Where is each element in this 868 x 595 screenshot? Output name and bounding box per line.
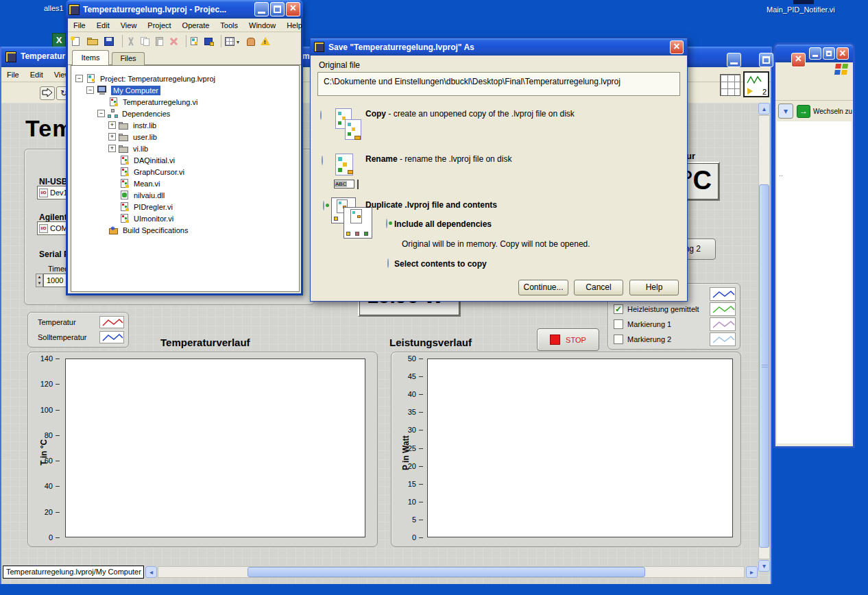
- collapse-icon[interactable]: [97, 110, 105, 117]
- new-file-icon[interactable]: [71, 36, 83, 46]
- continue-button[interactable]: Continue...: [518, 280, 568, 295]
- plot-style-icon[interactable]: [99, 331, 124, 343]
- legend-row[interactable]: Markierung 2: [614, 332, 736, 346]
- menu-window[interactable]: Window: [243, 19, 281, 32]
- copy-icon[interactable]: [140, 36, 151, 46]
- minimize-icon[interactable]: [809, 47, 821, 60]
- plot-style-icon[interactable]: [710, 302, 736, 316]
- scroll-up-icon[interactable]: ▴: [758, 103, 770, 114]
- save-all-icon[interactable]: [204, 36, 215, 46]
- menu-file[interactable]: File: [1, 69, 25, 81]
- expand-icon[interactable]: [108, 145, 116, 152]
- power-chart[interactable]: 50 45 40 35 30 25 20 15 10 5 0 P in Watt: [391, 352, 741, 547]
- tree-item-dependencies[interactable]: Dependencies: [97, 108, 170, 119]
- ie-titlebar[interactable]: [775, 45, 853, 62]
- checkbox-unchecked-icon[interactable]: [614, 319, 623, 329]
- tree-item-uimonitor[interactable]: UImonitor.vi: [119, 212, 173, 224]
- tree-item-build-specs[interactable]: ✱ Build Specifications: [97, 224, 188, 236]
- scrollbar-thumb[interactable]: [248, 567, 645, 577]
- scroll-right-icon[interactable]: ▸: [746, 566, 758, 578]
- maximize-icon[interactable]: [270, 2, 285, 16]
- save-icon[interactable]: [104, 36, 116, 46]
- tree-item-user-lib[interactable]: user.lib: [108, 131, 157, 143]
- chart-plot-area[interactable]: [65, 359, 365, 537]
- duplicate-radio[interactable]: [323, 201, 324, 210]
- collapse-icon[interactable]: [75, 75, 83, 82]
- close-icon[interactable]: [836, 47, 849, 60]
- open-folder-icon[interactable]: [86, 36, 100, 46]
- help-button[interactable]: Help: [629, 280, 679, 295]
- menu-help[interactable]: Help: [281, 19, 308, 32]
- cancel-button[interactable]: Cancel: [574, 280, 623, 295]
- tree-item-graphcursor[interactable]: GraphCursor.vi: [119, 166, 184, 178]
- maximize-icon[interactable]: [759, 53, 773, 67]
- dialog-titlebar[interactable]: Save "Temperaturregelung.lvproj" As: [311, 38, 687, 56]
- tree-item-pidregler[interactable]: PIDregler.vi: [119, 201, 173, 212]
- cut-icon[interactable]: [125, 36, 136, 46]
- tree-item-project[interactable]: Project: Temperaturregelung.lvproj: [75, 73, 215, 84]
- minimize-icon[interactable]: [727, 53, 741, 67]
- expand-icon[interactable]: [108, 121, 116, 129]
- scroll-left-icon[interactable]: ◂: [145, 566, 157, 578]
- menu-view[interactable]: View: [115, 19, 143, 32]
- legend-row[interactable]: Heizleistung gemittelt: [614, 302, 736, 316]
- go-button-label[interactable]: Wechseln zu: [813, 108, 852, 115]
- copy-radio[interactable]: [320, 110, 322, 120]
- alignment-grid-icon[interactable]: [720, 74, 740, 96]
- plot-style-icon[interactable]: [710, 332, 736, 346]
- legend-row[interactable]: Solltemperatur: [38, 331, 124, 343]
- checkbox-checked-icon[interactable]: [614, 304, 623, 314]
- scrollbar-thumb[interactable]: [759, 184, 769, 548]
- plot-style-icon[interactable]: [99, 316, 124, 328]
- original-file-field[interactable]: C:\Dokumente und Einstellungen\dbuckl\De…: [317, 72, 680, 96]
- tab-files[interactable]: Files: [112, 52, 145, 65]
- collapse-icon[interactable]: [86, 86, 94, 94]
- select-contents-radio[interactable]: [387, 258, 389, 268]
- close-icon[interactable]: [791, 53, 806, 67]
- delete-icon[interactable]: [169, 36, 180, 46]
- tree-item-vi-lib[interactable]: vi.lib: [108, 143, 148, 154]
- paste-icon[interactable]: [154, 36, 165, 46]
- excel-icon[interactable]: X: [52, 33, 66, 47]
- vi-icon[interactable]: 2: [743, 71, 769, 97]
- tree-item-my-computer[interactable]: My Computer: [86, 84, 160, 96]
- scroll-down-icon[interactable]: ▾: [758, 560, 770, 572]
- project-titlebar[interactable]: Temperaturregelung.lvproj - Projec...: [66, 0, 303, 19]
- menu-edit[interactable]: Edit: [91, 19, 115, 32]
- temperature-chart[interactable]: 140 120 100 80 60 40 20 0 T in °C: [27, 352, 378, 547]
- spinner-icon[interactable]: ▲▼: [36, 274, 43, 287]
- hand-tool-icon[interactable]: [245, 36, 256, 46]
- run-button[interactable]: [40, 86, 55, 100]
- horizontal-scrollbar[interactable]: [158, 566, 745, 578]
- tree-item-instr-lib[interactable]: instr.lib: [108, 119, 156, 131]
- close-icon[interactable]: [670, 40, 684, 54]
- menu-tools[interactable]: Tools: [215, 19, 243, 32]
- include-dependencies-radio[interactable]: [386, 219, 387, 228]
- tab-items[interactable]: Items: [72, 50, 109, 65]
- plot-style-icon[interactable]: [710, 287, 736, 301]
- close-icon[interactable]: [286, 2, 300, 16]
- menu-operate[interactable]: Operate: [177, 19, 215, 32]
- tree-item-vi[interactable]: Temperaturregelung.vi: [108, 96, 197, 108]
- go-arrow-icon[interactable]: →: [797, 105, 810, 118]
- minimize-icon[interactable]: [254, 2, 269, 16]
- tree-item-nilvaiu-dll[interactable]: nilvaiu.dll: [119, 189, 165, 201]
- chart-plot-area[interactable]: [427, 359, 733, 537]
- maximize-icon[interactable]: [823, 47, 835, 60]
- legend-row[interactable]: Temperatur: [38, 316, 124, 328]
- rename-radio[interactable]: [322, 156, 323, 165]
- resolve-conflicts-icon[interactable]: [189, 36, 200, 46]
- stop-button[interactable]: STOP: [537, 328, 599, 351]
- expand-icon[interactable]: [108, 133, 116, 141]
- plot-style-icon[interactable]: [710, 317, 736, 331]
- tree-item-mean[interactable]: Mean.vi: [119, 178, 160, 189]
- legend-row[interactable]: Markierung 1: [614, 317, 736, 331]
- chevron-down-icon[interactable]: ▾: [778, 104, 793, 119]
- menu-edit[interactable]: Edit: [25, 69, 49, 81]
- warning-icon[interactable]: !: [260, 36, 271, 46]
- tree-item-daqinitial[interactable]: DAQinitial.vi: [119, 154, 175, 166]
- vertical-scrollbar[interactable]: [758, 115, 770, 559]
- menu-file[interactable]: File: [68, 19, 91, 32]
- view-columns-icon[interactable]: ▾: [224, 36, 242, 46]
- desktop-icon-main-pid-notifier[interactable]: Main_PID_Notifier.vi: [767, 5, 835, 14]
